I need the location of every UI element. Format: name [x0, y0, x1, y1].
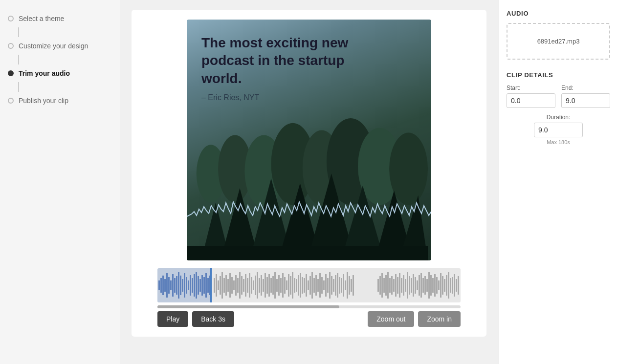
- zoom-out-button[interactable]: Zoom out: [368, 311, 414, 327]
- back-button[interactable]: Back 3s: [192, 311, 234, 327]
- controls-left: Play Back 3s: [157, 311, 234, 327]
- svg-rect-147: [438, 280, 440, 290]
- svg-rect-85: [294, 278, 295, 293]
- right-panel: AUDIO 6891ed27.mp3 CLIP DETAILS Start: E…: [498, 0, 618, 364]
- svg-rect-74: [272, 276, 274, 295]
- clip-details-title: CLIP DETAILS: [507, 71, 610, 79]
- svg-rect-157: [458, 276, 459, 295]
- svg-rect-77: [278, 275, 280, 296]
- svg-rect-55: [235, 275, 237, 296]
- svg-rect-152: [448, 272, 449, 299]
- svg-rect-153: [450, 278, 451, 293]
- play-button[interactable]: Play: [157, 311, 188, 327]
- sidebar-item-trim-audio[interactable]: Trim your audio: [8, 64, 120, 82]
- svg-rect-107: [337, 273, 338, 298]
- svg-rect-76: [276, 279, 278, 292]
- duration-input[interactable]: [534, 123, 583, 137]
- svg-rect-82: [288, 274, 289, 297]
- svg-rect-61: [247, 278, 248, 293]
- svg-rect-144: [432, 278, 434, 293]
- svg-rect-68: [261, 275, 262, 296]
- svg-rect-135: [415, 277, 416, 294]
- sidebar-item-select-theme[interactable]: Select a theme: [8, 10, 120, 27]
- scrollbar-thumb[interactable]: [157, 305, 339, 308]
- svg-rect-134: [413, 274, 414, 297]
- sidebar-item-customize-design[interactable]: Customize your design: [8, 37, 120, 55]
- svg-rect-127: [399, 273, 400, 298]
- waveform-scrollbar[interactable]: [157, 305, 461, 308]
- svg-rect-91: [306, 274, 307, 297]
- start-field-group: Start:: [507, 85, 555, 108]
- svg-rect-126: [397, 277, 398, 294]
- sidebar: Select a theme Customize your design Tri…: [0, 0, 120, 364]
- svg-rect-119: [383, 278, 385, 293]
- svg-rect-72: [268, 274, 270, 297]
- svg-rect-73: [270, 278, 272, 293]
- svg-rect-110: [343, 274, 344, 297]
- max-label: Max 180s: [547, 139, 570, 145]
- svg-rect-115: [353, 275, 354, 296]
- svg-rect-46: [218, 280, 219, 290]
- svg-rect-93: [309, 276, 311, 295]
- svg-rect-90: [304, 278, 305, 293]
- svg-rect-155: [454, 274, 455, 297]
- svg-rect-56: [237, 278, 239, 293]
- svg-rect-52: [229, 273, 231, 298]
- svg-rect-143: [430, 275, 432, 296]
- svg-rect-121: [387, 272, 389, 299]
- quote-text: The most exciting new podcast in the sta…: [201, 34, 387, 87]
- sidebar-item-label-trim-audio: Trim your audio: [19, 69, 70, 77]
- svg-rect-142: [428, 272, 430, 299]
- step-connector-1: [18, 27, 19, 37]
- svg-rect-95: [313, 278, 315, 293]
- zoom-in-button[interactable]: Zoom in: [418, 311, 461, 327]
- step-dot-select-theme: [8, 16, 14, 21]
- svg-rect-104: [331, 276, 332, 295]
- main-content: The most exciting new podcast in the sta…: [120, 0, 498, 364]
- svg-rect-156: [456, 279, 457, 292]
- audio-section-title: AUDIO: [507, 10, 610, 17]
- svg-rect-65: [255, 276, 256, 295]
- svg-rect-118: [381, 273, 383, 298]
- preview-waveform-svg: [187, 192, 431, 231]
- svg-rect-149: [442, 276, 443, 295]
- quote-author: – Eric Ries, NYT: [201, 93, 417, 102]
- svg-rect-89: [302, 277, 303, 294]
- svg-rect-70: [265, 273, 266, 298]
- forest-svg: [187, 116, 428, 260]
- svg-rect-105: [333, 279, 334, 292]
- svg-rect-97: [317, 279, 319, 292]
- svg-rect-138: [420, 273, 422, 298]
- step-dot-trim-audio: [8, 70, 14, 76]
- end-input[interactable]: [561, 93, 610, 108]
- svg-rect-98: [319, 273, 321, 298]
- svg-rect-78: [280, 278, 282, 293]
- svg-rect-101: [325, 274, 327, 297]
- step-connector-3: [18, 82, 19, 92]
- clip-details-section: CLIP DETAILS Start: End: Duration: Max 1…: [507, 71, 610, 145]
- svg-rect-81: [286, 280, 287, 290]
- start-input[interactable]: [507, 93, 555, 108]
- svg-rect-44: [214, 278, 215, 293]
- waveform-track[interactable]: [157, 268, 461, 302]
- svg-rect-120: [385, 275, 387, 296]
- preview-waveform-overlay: [187, 192, 431, 231]
- svg-rect-47: [220, 276, 221, 295]
- svg-rect-132: [409, 276, 410, 295]
- svg-rect-151: [446, 275, 447, 296]
- svg-rect-67: [259, 278, 260, 293]
- svg-rect-66: [257, 272, 258, 299]
- controls-row: Play Back 3s Zoom out Zoom in: [157, 311, 461, 327]
- svg-rect-63: [251, 277, 252, 294]
- svg-rect-111: [345, 280, 346, 290]
- sidebar-item-publish-clip[interactable]: Publish your clip: [8, 92, 120, 109]
- svg-rect-57: [239, 272, 241, 299]
- svg-rect-128: [401, 278, 402, 293]
- audio-file-box: 6891ed27.mp3: [507, 23, 610, 60]
- svg-rect-71: [266, 277, 268, 294]
- svg-rect-131: [407, 272, 408, 299]
- svg-rect-54: [233, 280, 235, 290]
- end-field-group: End:: [561, 85, 610, 108]
- step-connector-2: [18, 55, 19, 64]
- svg-rect-58: [241, 276, 243, 295]
